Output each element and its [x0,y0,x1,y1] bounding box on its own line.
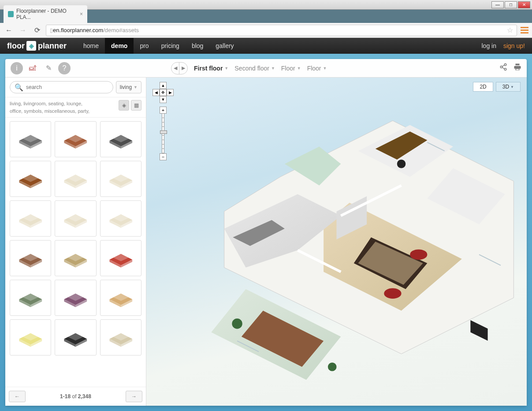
floor-first[interactable]: First floor▼ [194,65,228,72]
svg-point-89 [397,159,406,168]
nav-pricing[interactable]: pricing [155,38,186,54]
search-icon: 🔍 [15,83,23,92]
asset-poang-chair[interactable] [55,319,96,355]
forward-button[interactable]: → [18,25,28,36]
floor-4[interactable]: Floor▼ [307,65,327,72]
asset-armchair-green[interactable] [10,280,51,316]
floor-arrow-box: ◀ ▶ [171,62,188,74]
print-icon[interactable] [513,63,521,73]
pager-next-button[interactable]: → [126,391,142,402]
url-host: en.floorplanner.com [53,27,103,33]
nav-gallery[interactable]: gallery [209,38,240,54]
address-bar[interactable]: ▯ en.floorplanner.com/demo#assets ☆ [46,25,517,36]
search-box[interactable]: 🔍 [10,81,113,93]
category-dropdown[interactable]: living▼ [116,81,141,93]
pan-left-button[interactable]: ◀ [153,89,160,96]
view-2d-button[interactable]: 2D [473,82,493,92]
asset-lounge-chair-ottoman[interactable] [55,121,96,157]
tags-row: living, livingroom, seating, lounge, off… [5,97,146,118]
asset-sofa-beige-2[interactable] [100,161,141,197]
search-input[interactable] [26,84,108,90]
floor-second[interactable]: Second floor▼ [234,65,275,72]
zoom-control: + − [160,107,167,160]
pan-center-button[interactable]: ✥ [160,89,167,96]
pan-control: ▲ ◀✥▶ ▼ [153,82,174,103]
wand-icon[interactable]: ✎ [42,62,55,74]
view-3d-button[interactable]: 3D▼ [496,82,521,92]
asset-armchair-purple[interactable] [55,280,96,316]
tags-line-1: living, livingroom, seating, lounge, [10,100,116,107]
pager-status: 1-18 of 2,348 [60,393,91,400]
asset-sofa-brown[interactable] [10,240,51,276]
asset-sofa-olive[interactable] [55,240,96,276]
asset-grid-container [5,118,146,387]
nav-pro[interactable]: pro [134,38,155,54]
logo-text-a: floor [7,41,25,51]
favicon-icon [8,11,14,17]
nav-blog[interactable]: blog [186,38,209,54]
svg-point-2 [504,68,506,70]
url-path: /demo#assets [103,27,139,33]
asset-sectional-l-left[interactable] [10,200,51,237]
logo-icon: ◈ [26,41,36,51]
armchair-icon[interactable]: 🛋 [26,62,39,74]
asset-sectional-l-angled[interactable] [100,200,141,237]
zoom-out-button[interactable]: − [160,153,167,160]
tab-close-icon[interactable]: × [80,11,83,17]
asset-armchair-tan[interactable] [100,280,141,316]
window-close-button[interactable]: ✕ [518,1,530,8]
browser-tab[interactable]: Floorplanner - DEMO PLA... × [4,5,87,23]
asset-swivel-stool[interactable] [10,161,51,197]
svg-line-4 [502,67,504,69]
floor-next-button[interactable]: ▶ [179,63,187,74]
zoom-in-button[interactable]: + [160,107,167,114]
window-maximize-button[interactable]: □ [505,1,517,8]
signup-link[interactable]: sign up! [503,42,525,49]
svg-line-3 [502,65,504,67]
pan-down-button[interactable]: ▼ [160,96,167,103]
asset-sidebar: 🔍 living▼ living, livingroom, seating, l… [5,78,146,406]
share-icon[interactable] [499,63,507,73]
svg-point-81 [410,249,427,260]
site-logo[interactable]: floor ◈ planner [7,41,67,51]
zoom-slider[interactable] [162,114,164,153]
tab-title: Floorplanner - DEMO PLA... [16,8,77,20]
app-wrapper: i 🛋 ✎ ? ◀ ▶ First floor▼ Second floor▼ F… [0,54,532,411]
design-canvas[interactable]: ▲ ◀✥▶ ▼ + − 2D 3D▼ [146,78,527,406]
back-button[interactable]: ← [4,25,14,36]
nav-demo[interactable]: demo [105,38,134,54]
info-icon[interactable]: i [11,62,23,74]
pan-up-button[interactable]: ▲ [160,82,167,89]
svg-point-0 [504,64,506,66]
floor-3[interactable]: Floor▼ [281,65,301,72]
window-minimize-button[interactable]: — [491,1,504,8]
asset-barcelona-chair[interactable] [10,121,51,157]
floor-prev-button[interactable]: ◀ [171,63,179,74]
login-link[interactable]: log in [481,42,496,49]
asset-lounge-chair[interactable] [100,121,141,157]
bookmark-star-icon[interactable]: ☆ [507,26,513,34]
tags-line-2: office, symbols, miscellaneous, party, [10,107,116,115]
pager: ← 1-18 of 2,348 → [5,387,146,406]
nav-home[interactable]: home [77,38,105,54]
asset-chaise-yellow[interactable] [10,319,51,355]
view-mode-buttons: 2D 3D▼ [473,82,521,92]
help-icon[interactable]: ? [58,62,71,74]
pager-prev-button[interactable]: ← [9,391,26,402]
browser-menu-icon[interactable] [521,26,528,34]
auth-links: log in sign up! [481,42,525,49]
app-toolbar: i 🛋 ✎ ? ◀ ▶ First floor▼ Second floor▼ F… [5,59,527,78]
asset-loveseat-tan[interactable] [100,319,141,355]
svg-point-100 [328,363,337,371]
browser-tab-strip: Floorplanner - DEMO PLA... × [0,10,532,23]
browser-toolbar: ← → ⟳ ▯ en.floorplanner.com/demo#assets … [0,23,532,38]
asset-sofa-beige[interactable] [55,161,96,197]
view-2d-toggle[interactable]: ▦ [131,100,141,111]
asset-sectional-l-right[interactable] [55,200,96,237]
pan-right-button[interactable]: ▶ [167,89,174,96]
reload-button[interactable]: ⟳ [32,25,42,36]
view-3d-toggle[interactable]: ◈ [119,100,129,111]
main-area: 🔍 living▼ living, livingroom, seating, l… [5,78,527,406]
zoom-thumb[interactable] [160,130,167,134]
asset-sofa-red[interactable] [100,240,141,276]
